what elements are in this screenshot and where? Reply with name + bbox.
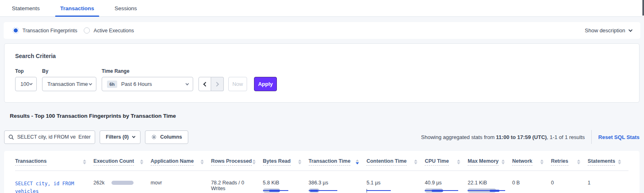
sort-desc-active-icon[interactable] (356, 159, 359, 164)
cell-network: 0 B (512, 171, 551, 188)
now-button[interactable]: Now (228, 77, 247, 91)
tab-statements[interactable]: Statements (10, 0, 41, 16)
column-header-contention-time[interactable]: Contention Time (366, 153, 425, 171)
by-label: By (42, 68, 96, 74)
cell-max-memory: 22.1 KiB (468, 171, 512, 193)
cell-contention-time: 5.1 µs (366, 171, 425, 193)
radio-active-executions[interactable]: Active Executions (84, 27, 134, 34)
cpu-time-value: 40.9 µs (425, 180, 460, 186)
sort-icon[interactable] (252, 159, 256, 164)
radio-active-executions-label: Active Executions (94, 28, 134, 34)
tab-statements-label: Statements (12, 5, 40, 11)
filters-label: Filters (0) (106, 134, 129, 140)
column-header-transaction-time-sorted-desc[interactable]: Transaction Time (309, 153, 367, 171)
by-select[interactable]: Transaction Time (42, 77, 96, 91)
radio-transaction-fingerprints[interactable]: Transaction Fingerprints (13, 27, 77, 34)
cell-bytes-read: 5.8 KiB (263, 171, 309, 193)
scrollbar-thumb[interactable] (642, 0, 644, 16)
stats-time-range: 11:00 to 17:59 (UTC) (496, 134, 547, 140)
top-select[interactable]: 100 (15, 77, 37, 91)
sort-icon[interactable] (501, 159, 505, 164)
search-criteria-row: Top 100 By Transaction Time Time Range 6… (15, 68, 628, 91)
transaction-fingerprint-link[interactable]: SELECT city, id FROM vehicles (15, 180, 82, 193)
time-range-value: Past 6 Hours (121, 81, 152, 87)
columns-label: Columns (160, 134, 182, 140)
column-header-cpu-time[interactable]: CPU Time (425, 153, 468, 171)
by-select-value: Transaction Time (47, 81, 88, 87)
results-toolbar: Enter Filters (0) Columns Showing aggreg… (4, 130, 640, 144)
table-row: SELECT city, id FROM vehicles 262k movr … (15, 171, 628, 193)
column-header-retries[interactable]: Retries (551, 153, 588, 171)
chevron-left-icon (203, 82, 207, 86)
time-range-arrows (198, 77, 224, 91)
sort-icon[interactable] (140, 159, 143, 164)
filters-button[interactable]: Filters (0) (100, 130, 140, 144)
apply-button[interactable]: Apply (254, 77, 277, 91)
network-value: 0 B (512, 180, 520, 186)
sort-icon[interactable] (540, 159, 544, 164)
transaction-time-value: 386.3 µs (309, 180, 359, 186)
sort-icon[interactable] (83, 159, 86, 164)
cell-retries: 0 (551, 171, 588, 188)
max-memory-bar (468, 188, 505, 193)
top-field: Top 100 (15, 68, 37, 91)
sort-icon[interactable] (618, 159, 621, 164)
columns-button[interactable]: Columns (145, 130, 188, 144)
chevron-down-icon (89, 82, 92, 85)
column-header-max-memory[interactable]: Max Memory (468, 153, 512, 171)
cell-application-name: movr (151, 171, 211, 188)
column-header-statements[interactable]: Statements (588, 153, 628, 171)
chevron-down-icon (628, 28, 633, 32)
chevron-down-icon (185, 82, 189, 85)
bytes-read-value: 5.8 KiB (263, 180, 301, 186)
chevron-down-icon (132, 135, 135, 138)
search-input[interactable] (17, 134, 76, 140)
sort-icon[interactable] (457, 159, 460, 164)
stats-prefix: Showing aggregated stats from (421, 134, 496, 140)
chevron-right-icon (214, 82, 219, 86)
chevron-down-icon (29, 82, 33, 85)
column-header-network[interactable]: Network (512, 153, 551, 171)
tab-transactions-label: Transactions (60, 5, 94, 11)
cpu-time-bar (425, 188, 460, 193)
cell-execution-count: 262k (94, 171, 151, 188)
column-header-execution-count[interactable]: Execution Count (94, 153, 151, 171)
show-description-button[interactable]: Show description (585, 27, 631, 34)
sort-icon[interactable] (414, 159, 417, 164)
radio-fingerprints-label: Transaction Fingerprints (22, 28, 77, 34)
cell-transaction: SELECT city, id FROM vehicles (15, 171, 94, 193)
sort-icon[interactable] (577, 159, 580, 164)
transactions-table: Transactions Execution Count Application… (4, 151, 640, 193)
top-select-value: 100 (20, 81, 29, 87)
sort-icon[interactable] (298, 159, 301, 164)
reset-sql-stats-link[interactable]: Reset SQL Stats (598, 134, 640, 140)
search-icon (9, 135, 14, 140)
column-header-transactions[interactable]: Transactions (15, 153, 94, 171)
tab-sessions[interactable]: Sessions (113, 0, 139, 16)
cell-rows-processed: 78.2 Reads / 0 Writes (211, 171, 263, 193)
cell-statements: 1 (588, 171, 628, 188)
stats-suffix: , 1-1 of 1 results (547, 134, 585, 140)
sort-icon[interactable] (201, 159, 204, 164)
gear-icon (151, 134, 157, 140)
column-header-rows-processed[interactable]: Rows Processed (211, 153, 263, 171)
radio-selected-icon (13, 27, 19, 34)
tab-transactions[interactable]: Transactions (58, 0, 96, 16)
time-range-label: Time Range (102, 68, 193, 74)
top-tab-bar: Statements Transactions Sessions (0, 0, 644, 17)
next-time-range-button-disabled[interactable] (211, 77, 224, 91)
column-header-bytes-read[interactable]: Bytes Read (263, 153, 309, 171)
search-enter-button[interactable]: Enter (76, 134, 91, 140)
contention-time-value: 5.1 µs (366, 180, 417, 186)
column-header-application-name[interactable]: Application Name (151, 153, 211, 171)
search-box: Enter (4, 130, 95, 144)
cell-transaction-time: 386.3 µs (309, 171, 367, 193)
execution-count-bar (111, 181, 134, 185)
time-range-select[interactable]: 6h Past 6 Hours (102, 77, 193, 91)
vertical-divider (591, 130, 592, 144)
show-description-label: Show description (585, 27, 625, 34)
transaction-time-bar (309, 188, 359, 193)
application-name-value: movr (151, 180, 162, 186)
cell-cpu-time: 40.9 µs (425, 171, 468, 193)
previous-time-range-button[interactable] (198, 77, 211, 91)
